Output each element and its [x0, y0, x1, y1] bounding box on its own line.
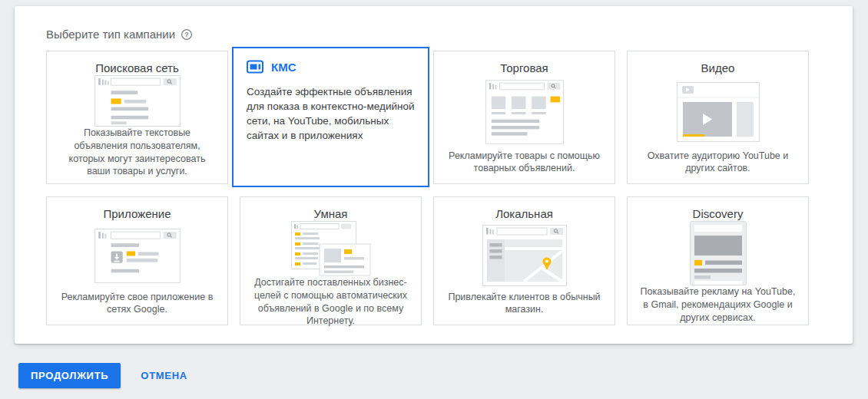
card-title: Видео [701, 61, 735, 75]
app-illustration [94, 221, 181, 291]
card-description: Привлекайте клиентов в обычный магазин. [446, 291, 603, 317]
continue-button[interactable]: ПРОДОЛЖИТЬ [18, 363, 121, 388]
video-illustration [677, 75, 760, 150]
smart-illustration [290, 221, 372, 276]
card-title: Поисковая сеть [95, 61, 179, 75]
help-icon[interactable]: ? [181, 28, 193, 41]
card-description: Показывайте текстовые объявления пользов… [58, 127, 216, 178]
card-description: Рекламируйте свое приложение в сетях Goo… [58, 291, 216, 317]
card-description: Создайте эффектные объявления для показа… [247, 84, 415, 143]
shopping-illustration [485, 75, 564, 150]
panel-title: Выберите тип кампании [46, 28, 175, 41]
card-description: Рекламируйте товары с помощью товарных о… [446, 150, 603, 176]
campaign-card-search[interactable]: Поисковая сеть [46, 51, 228, 184]
card-title: Умная [314, 207, 348, 221]
campaign-card-display[interactable]: КМС Создайте эффектные объявления для по… [232, 47, 429, 187]
card-description: Охватите аудиторию YouTube и других сайт… [639, 150, 797, 176]
card-title: Торговая [500, 61, 548, 75]
campaign-card-shopping[interactable]: Торговая [433, 51, 615, 184]
campaign-card-video[interactable]: Видео Охватите аудиторию YouTube и други… [627, 51, 809, 184]
svg-text:?: ? [184, 31, 189, 38]
local-map-illustration [482, 221, 567, 291]
cancel-button[interactable]: ОТМЕНА [141, 370, 187, 381]
search-network-illustration [94, 75, 181, 127]
card-title: КМС [271, 61, 296, 74]
campaign-card-smart[interactable]: Умная [240, 196, 422, 325]
campaign-card-discovery[interactable]: Discovery Показывайте рекламу на YouTube… [627, 196, 809, 325]
card-description: Показывайте рекламу на YouTube, в Gmail,… [639, 285, 797, 324]
campaign-cards-grid: Поисковая сеть [46, 51, 822, 325]
card-title: Приложение [104, 207, 171, 221]
card-title: Локальная [495, 207, 553, 221]
campaign-type-panel: Выберите тип кампании ? Поисковая сеть [15, 6, 853, 344]
campaign-card-app[interactable]: Приложение [46, 196, 228, 325]
campaign-card-local[interactable]: Локальная [433, 196, 615, 325]
discovery-feed-illustration [690, 221, 747, 285]
card-title: Discovery [693, 207, 744, 221]
display-campaign-icon [247, 60, 263, 74]
action-bar: ПРОДОЛЖИТЬ ОТМЕНА [18, 363, 187, 388]
card-description: Достигайте поставленных бизнес-целей с п… [252, 276, 409, 328]
